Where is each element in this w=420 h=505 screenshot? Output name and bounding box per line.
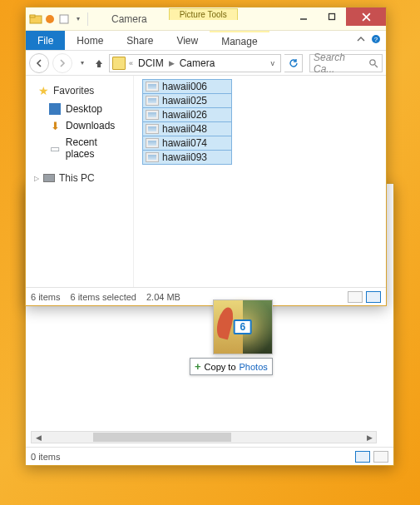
scroll-thumb[interactable] bbox=[93, 433, 231, 441]
separator bbox=[87, 12, 88, 26]
qat-icon-1[interactable] bbox=[43, 12, 57, 26]
status-count: 6 items bbox=[31, 292, 60, 302]
address-dropdown-icon[interactable]: v bbox=[268, 59, 279, 67]
navigation-pane[interactable]: ★ Favorites Desktop ⬇ Downloads ▭ Recent… bbox=[26, 76, 134, 287]
file-name: hawaii074 bbox=[162, 137, 207, 149]
window-title: Camera bbox=[93, 7, 166, 30]
tab-share[interactable]: Share bbox=[115, 31, 165, 50]
star-icon: ★ bbox=[38, 84, 49, 97]
minimize-button[interactable] bbox=[289, 7, 318, 26]
address-bar[interactable]: « DCIM ▶ Camera v bbox=[109, 54, 281, 72]
file-item[interactable]: hawaii048 bbox=[142, 121, 232, 136]
drag-count-badge: 6 bbox=[233, 319, 252, 334]
nav-item-label: Desktop bbox=[66, 103, 102, 115]
contextual-tab-header: Picture Tools bbox=[169, 8, 238, 20]
nav-label-favorites: Favorites bbox=[53, 85, 94, 97]
tab-view[interactable]: View bbox=[165, 31, 210, 50]
title-bar[interactable]: ▾ Camera Picture Tools bbox=[26, 7, 386, 31]
recent-icon: ▭ bbox=[49, 142, 61, 154]
file-name: hawaii048 bbox=[162, 123, 207, 135]
svg-text:?: ? bbox=[374, 36, 378, 43]
drag-thumbnail-stack: 6 bbox=[213, 300, 273, 354]
close-button[interactable] bbox=[346, 7, 386, 26]
nav-label-thispc: This PC bbox=[59, 172, 95, 184]
status-bar: 0 items bbox=[26, 447, 393, 465]
file-list-area[interactable]: hawaii006 hawaii025 hawaii026 hawaii048 … bbox=[134, 76, 386, 287]
status-count: 0 items bbox=[31, 452, 60, 462]
nav-up-button[interactable] bbox=[92, 57, 106, 70]
desktop-icon bbox=[49, 103, 61, 115]
nav-forward-button[interactable] bbox=[52, 53, 72, 73]
maximize-button[interactable] bbox=[318, 7, 346, 26]
nav-item-desktop[interactable]: Desktop bbox=[26, 101, 133, 117]
contextual-tab-group: Picture Tools bbox=[169, 7, 238, 30]
image-thumb-icon bbox=[146, 124, 159, 134]
downloads-icon: ⬇ bbox=[49, 120, 61, 131]
file-item[interactable]: hawaii025 bbox=[142, 93, 232, 108]
scroll-left-icon[interactable]: ◀ bbox=[32, 432, 45, 443]
tab-manage[interactable]: Manage bbox=[210, 31, 269, 50]
help-icon[interactable]: ? bbox=[371, 34, 381, 47]
breadcrumb-dcim[interactable]: DCIM bbox=[136, 57, 166, 69]
qat: ▾ bbox=[26, 7, 93, 30]
scroll-right-icon[interactable]: ▶ bbox=[363, 432, 376, 443]
drop-tooltip-prefix: Copy to bbox=[205, 362, 236, 372]
tab-file[interactable]: File bbox=[26, 31, 65, 50]
status-size: 2.04 MB bbox=[146, 292, 180, 302]
nav-history-dropdown[interactable]: ▾ bbox=[76, 57, 89, 70]
drop-tooltip: + Copy to Photos bbox=[190, 358, 273, 375]
qat-dropdown-icon[interactable]: ▾ bbox=[72, 12, 85, 26]
nav-item-downloads[interactable]: ⬇ Downloads bbox=[26, 117, 133, 134]
file-item[interactable]: hawaii006 bbox=[142, 79, 232, 94]
svg-point-10 bbox=[370, 59, 375, 64]
chevron-right-icon[interactable]: ▶ bbox=[167, 59, 176, 67]
image-thumb-icon bbox=[146, 96, 159, 106]
refresh-button[interactable] bbox=[284, 54, 303, 72]
image-thumb-icon bbox=[146, 138, 159, 148]
breadcrumb-camera[interactable]: Camera bbox=[178, 57, 217, 69]
image-thumb-icon bbox=[146, 110, 159, 120]
drop-tooltip-target: Photos bbox=[240, 362, 268, 372]
horizontal-scrollbar[interactable]: ◀ ▶ bbox=[31, 431, 377, 443]
file-item[interactable]: hawaii093 bbox=[142, 150, 232, 165]
tab-home[interactable]: Home bbox=[65, 31, 115, 50]
image-thumb-icon bbox=[146, 82, 159, 92]
chevron-right-icon: ▷ bbox=[34, 175, 39, 182]
copy-plus-icon: + bbox=[195, 360, 201, 373]
view-details-button[interactable] bbox=[373, 451, 388, 463]
svg-line-11 bbox=[375, 64, 378, 67]
address-toolbar: ▾ « DCIM ▶ Camera v Search Ca... bbox=[26, 51, 386, 76]
view-large-icons-button[interactable] bbox=[366, 291, 381, 303]
ribbon-expand-icon[interactable] bbox=[356, 34, 366, 47]
svg-point-2 bbox=[46, 15, 54, 23]
window-explorer-camera[interactable]: ▾ Camera Picture Tools File Home Share V… bbox=[25, 7, 387, 306]
nav-group-favorites[interactable]: ★ Favorites bbox=[26, 81, 133, 101]
svg-rect-5 bbox=[329, 14, 335, 20]
svg-rect-3 bbox=[60, 15, 68, 23]
svg-rect-1 bbox=[30, 15, 35, 17]
drag-preview: 6 + Copy to Photos bbox=[190, 300, 273, 375]
image-thumb-icon bbox=[146, 152, 159, 162]
ribbon: File Home Share View Manage ? bbox=[26, 31, 386, 51]
file-name: hawaii093 bbox=[162, 151, 207, 163]
folder-icon bbox=[29, 12, 42, 26]
nav-back-button[interactable] bbox=[29, 53, 49, 73]
status-selected: 6 items selected bbox=[70, 292, 136, 302]
view-large-icons-button[interactable] bbox=[355, 451, 370, 463]
breadcrumb-overflow[interactable]: « bbox=[127, 59, 135, 67]
search-input[interactable]: Search Ca... bbox=[309, 54, 383, 72]
nav-item-recent-places[interactable]: ▭ Recent places bbox=[26, 134, 133, 162]
search-placeholder: Search Ca... bbox=[314, 52, 368, 75]
nav-item-label: Downloads bbox=[66, 120, 115, 131]
file-item[interactable]: hawaii026 bbox=[142, 107, 232, 122]
pc-icon bbox=[43, 174, 55, 182]
nav-group-thispc[interactable]: ▷ This PC bbox=[26, 169, 133, 187]
file-name: hawaii025 bbox=[162, 95, 207, 106]
folder-icon bbox=[112, 57, 126, 70]
file-name: hawaii026 bbox=[162, 109, 207, 121]
file-list: hawaii006 hawaii025 hawaii026 hawaii048 … bbox=[142, 79, 232, 164]
search-icon bbox=[368, 58, 378, 68]
file-item[interactable]: hawaii074 bbox=[142, 136, 232, 151]
qat-icon-2[interactable] bbox=[57, 12, 71, 26]
view-details-button[interactable] bbox=[348, 291, 363, 303]
